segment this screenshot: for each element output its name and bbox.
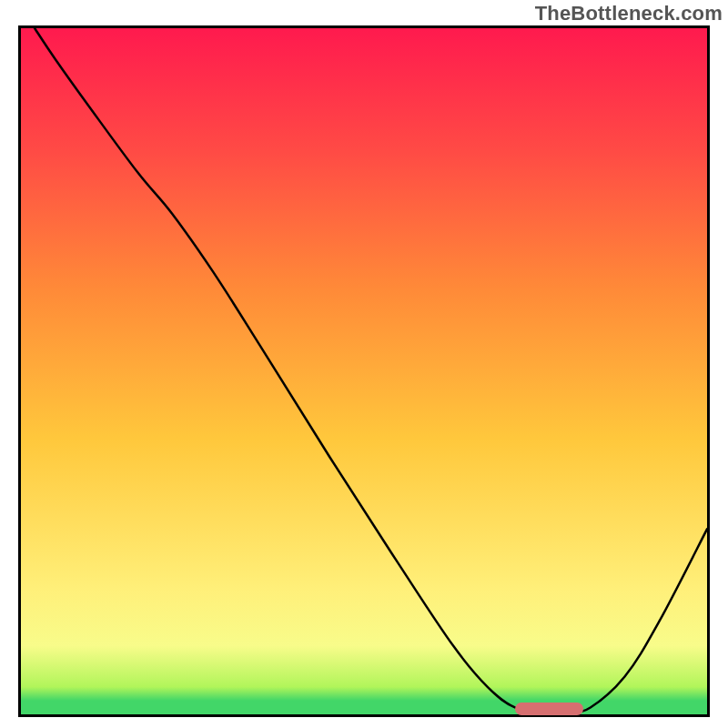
optimal-range-marker <box>515 703 583 715</box>
watermark-text: TheBottleneck.com <box>535 2 723 25</box>
plot-area <box>18 25 710 717</box>
chart-container: TheBottleneck.com <box>0 0 728 728</box>
bottleneck-curve-path <box>35 28 707 713</box>
line-layer <box>21 28 707 714</box>
